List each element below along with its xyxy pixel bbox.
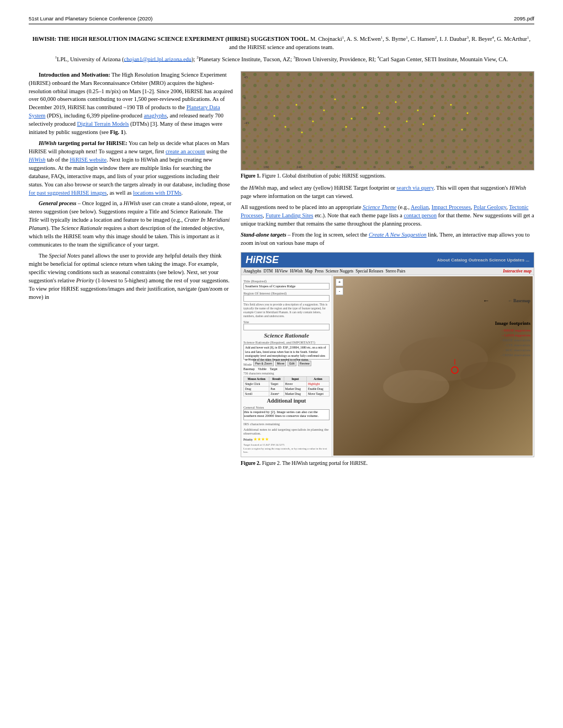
menu-anaglyphs[interactable]: Anaglyphs <box>243 269 262 274</box>
svg-text:180: 180 <box>263 165 269 169</box>
hiwish-tab-link[interactable]: HiWish <box>29 157 45 163</box>
svg-text:45: 45 <box>244 75 248 79</box>
basemap-arrow-indicator: ← <box>483 297 490 305</box>
svg-text:-45: -45 <box>244 121 249 125</box>
svg-point-16 <box>296 104 298 105</box>
dtm-link[interactable]: Digital Terrain Models <box>77 121 129 127</box>
menu-map[interactable]: Map <box>305 269 313 274</box>
svg-point-30 <box>301 131 303 133</box>
pdf-label: 2095.pdf <box>514 15 534 22</box>
page-header: 51st Lunar and Planetary Science Confere… <box>29 15 534 24</box>
td-marker-drag2: Marker Drag <box>284 392 307 397</box>
intro-paragraph: Introduction and Motivation: The High Re… <box>29 71 233 137</box>
left-column: Introduction and Motivation: The High Re… <box>29 71 233 471</box>
fig1-ref: Fig. 1 <box>110 129 124 135</box>
hirise-suggestions-legend: - HiRISE suggestions <box>502 329 530 332</box>
td-zoom: Zoom+ <box>269 392 284 397</box>
menu-science-nuggets[interactable]: Science Nuggets <box>326 269 353 274</box>
td-single-click: Single Click <box>244 382 269 387</box>
td-scroll: Scroll <box>244 392 269 397</box>
svg-text:300: 300 <box>335 165 341 169</box>
pan-zoom-btn[interactable]: Pan & Zoom <box>253 361 274 366</box>
locations-link[interactable]: locations with DTMs <box>133 190 182 196</box>
additional-input-header: Additional input <box>243 398 330 404</box>
map-container: ← Basemap Image footprints - HiRISE sugg… <box>333 276 533 456</box>
char-count: 736 characters remaining <box>243 372 330 375</box>
td-marker-drag: Marker Drag <box>284 387 307 392</box>
title-main: HiWISH: THE HIGH RESOLUTION IMAGING SCIE… <box>33 36 309 42</box>
figure1-svg: 45 0 -45 180 240 300 0 60 120 140 <box>241 72 534 170</box>
svg-point-17 <box>312 120 314 122</box>
site-field[interactable] <box>243 324 330 330</box>
hiwish-heading: HiWish targeting portal for HiRISE: <box>39 140 128 146</box>
menu-hiview[interactable]: HiView <box>275 269 288 274</box>
svg-point-15 <box>274 115 275 116</box>
review-btn[interactable]: Review <box>298 361 311 366</box>
right-para1: the HiWish map, and select any (yellow) … <box>241 184 534 201</box>
figure1-map: 45 0 -45 180 240 300 0 60 120 140 <box>241 72 534 170</box>
email-link[interactable]: chojan1@pirl.lpl.arizona.edu <box>124 56 192 62</box>
search-via-query-link[interactable]: search via query <box>397 185 434 191</box>
general-notes-label: General Notes <box>243 405 330 409</box>
anaglyphs-link[interactable]: anaglyphs <box>144 113 167 119</box>
figure2-text: Figure 2. The HiWish targeting portal fo… <box>262 461 368 466</box>
menu-dtm[interactable]: DTM <box>264 269 273 274</box>
main-content: Introduction and Motivation: The High Re… <box>29 71 534 471</box>
title-field[interactable]: Southern Slopes of Coprates Ridge <box>243 283 330 290</box>
svg-text:240: 240 <box>296 165 302 169</box>
site-label: Site <box>243 320 330 324</box>
impact-processes-link[interactable]: Impact Processes <box>432 204 471 210</box>
zoom-out-btn[interactable]: - <box>336 287 343 295</box>
priority-stars: ★★★★ <box>253 437 269 442</box>
svg-point-22 <box>379 112 380 114</box>
hirise-obs-legend: - HiRISE observations <box>501 339 530 342</box>
hirise-website-link[interactable]: HiRISE website <box>70 157 107 163</box>
pds-link[interactable]: Planetary Data System <box>29 104 220 119</box>
create-account-link[interactable]: create an account <box>166 148 205 154</box>
general-process-para: General process – Once logged in, a HiWi… <box>29 200 233 249</box>
menu-hiwish[interactable]: HiWish <box>290 269 302 274</box>
zoom-controls: + - <box>336 279 343 295</box>
move-btn[interactable]: Move <box>275 361 286 366</box>
td-pan: Pan <box>269 387 284 392</box>
priority-label: Priority <box>243 438 253 441</box>
create-new-suggestion-link[interactable]: Create A New Suggestion <box>369 232 427 238</box>
interactive-map-label[interactable]: Interactive map <box>503 269 532 274</box>
region-field[interactable] <box>243 295 330 302</box>
svg-point-21 <box>362 106 364 108</box>
general-notes-field[interactable]: this is required by [2]. Image series ca… <box>243 409 330 420</box>
right-column: 45 0 -45 180 240 300 0 60 120 140 <box>241 71 534 471</box>
hiwish-body: Title (Required) Southern Slopes of Copr… <box>241 275 534 457</box>
priority-section: Priority ★★★★ <box>243 437 330 442</box>
hiwish-map-panel: ← Basemap Image footprints - HiRISE sugg… <box>332 275 534 457</box>
menu-press[interactable]: Press <box>315 269 323 274</box>
visible-label: Visible <box>258 367 267 371</box>
past-images-link[interactable]: for past suggested HiRISE images <box>29 190 107 196</box>
aeolian-link[interactable]: Aeolian <box>411 204 429 210</box>
svg-point-20 <box>351 117 353 119</box>
science-rationale-field[interactable]: Add and hover wait [0], in ID: ESP_21980… <box>243 344 330 360</box>
zoom-in-btn[interactable]: + <box>336 279 343 286</box>
field-description: This field allows you to provide a descr… <box>243 303 330 319</box>
science-theme-link[interactable]: Science Theme <box>363 204 396 210</box>
irs-chars-label: IRS characters remaining <box>243 422 330 426</box>
svg-rect-0 <box>241 72 534 170</box>
contact-person-link[interactable]: contact person <box>403 212 437 218</box>
edit-btn[interactable]: Edit <box>288 361 296 366</box>
future-landing-sites-link[interactable]: Future Landing Sites <box>265 212 313 218</box>
menu-stereo-pairs[interactable]: Stereo Pairs <box>386 269 406 274</box>
catss-suggestions-legend: - CaSSIS suggestions <box>502 334 530 337</box>
td-highlight: Highlight <box>307 382 330 387</box>
basemap-label-left: Basemap <box>243 367 254 371</box>
ctx-obs-legend: - CTX observations <box>504 344 530 347</box>
svg-point-37 <box>383 370 449 403</box>
paper-title: HiWISH: THE HIGH RESOLUTION IMAGING SCIE… <box>29 34 534 51</box>
target-label: Target <box>270 367 278 371</box>
hiwish-logo: HiRISE <box>246 254 279 266</box>
standalone-para: Stand-alone targets – From the log in sc… <box>241 231 534 248</box>
svg-point-25 <box>417 109 419 111</box>
figure1-container: 45 0 -45 180 240 300 0 60 120 140 <box>241 71 534 180</box>
coord-info: Target located at 15.047 ZW 24.5275 Loca… <box>243 443 330 454</box>
polar-geology-link[interactable]: Polar Geology <box>474 204 506 210</box>
menu-special-releases[interactable]: Special Releases <box>355 269 383 274</box>
